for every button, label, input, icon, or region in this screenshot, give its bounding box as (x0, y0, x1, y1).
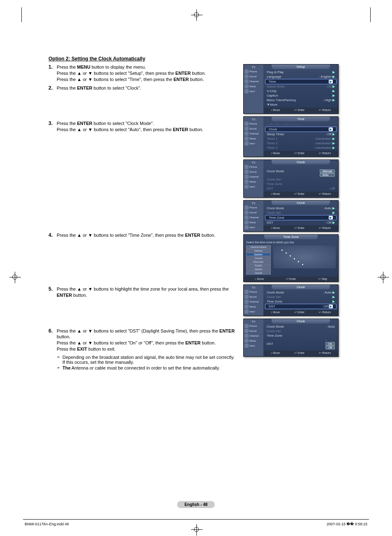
osd-footer: ↕ Move⏎ Enter↩ Return (263, 351, 338, 356)
osd-footer-hint: ↩ Return (319, 152, 331, 155)
osd-row[interactable]: Clock Set ▶ (263, 210, 338, 215)
osd-row[interactable]: Clock ▶ (265, 127, 337, 132)
arrow-right-icon: ▶ (332, 291, 335, 294)
note-row: ➣The Antenna or cable must be connected … (57, 365, 238, 370)
osd-category[interactable]: Channel (244, 299, 263, 304)
timezone-option[interactable]: Newfoundland (246, 245, 271, 249)
osd-row[interactable]: Clock Mode: Auto (263, 324, 338, 329)
step-text: Press the ▲ or ▼ buttons to select "Time… (57, 232, 215, 238)
osd-row[interactable]: DST: OnOff (263, 338, 338, 350)
osd-category[interactable]: Picture (244, 323, 263, 328)
osd-row[interactable]: Clock Set (263, 329, 338, 333)
category-icon (244, 165, 249, 169)
osd-footer-hint: ↕ Move (271, 152, 280, 155)
osd-row[interactable]: Clock Set ▶ (263, 295, 338, 299)
osd-footer: ↕ Move⏎ Enter↩ Return (263, 226, 338, 231)
osd-row-value: ▶ (329, 127, 333, 131)
osd-row[interactable]: Language: English ▶ (263, 74, 338, 79)
osd-row[interactable]: Clock Mode: Auto ▶ (263, 290, 338, 295)
osd-row[interactable]: Timer 3: Inactivated ▶ (263, 146, 338, 150)
osd-row[interactable]: Time Zone ▶ (265, 215, 337, 220)
osd-category[interactable]: Channel (244, 333, 263, 338)
osd-category[interactable]: Setup (244, 179, 263, 184)
osd-category[interactable]: Setup (244, 136, 263, 141)
osd-category[interactable]: Sound (244, 126, 263, 131)
osd-row[interactable]: Clock Mode: ManualAuto (263, 165, 338, 177)
osd-category[interactable]: Input (244, 141, 263, 146)
osd-row[interactable]: DST: Off ▶ (265, 304, 337, 309)
osd-category[interactable]: Sound (244, 169, 263, 174)
osd-row[interactable]: Time ▶ (265, 79, 337, 84)
osd-row-value: ▶ (332, 300, 335, 303)
osd-row[interactable]: Game Mode: Off ▶ (263, 84, 338, 89)
osd-row[interactable]: Sleep Timer: Off ▶ (263, 132, 338, 136)
osd-row[interactable]: V-Chip ▶ (263, 89, 338, 93)
instructions-column: 1.Press the MENU button to display the m… (48, 64, 238, 373)
osd-category[interactable]: Sound (244, 74, 263, 79)
step-number: 2. (48, 85, 57, 91)
osd-row-value: ▶ (329, 80, 333, 83)
osd-title: Time (272, 117, 330, 121)
osd-category[interactable]: Picture (244, 164, 263, 169)
osd-row[interactable]: Time Zone (263, 333, 338, 338)
osd-row[interactable]: Menu TransParency: High ▶ (263, 98, 338, 102)
timezone-option[interactable]: Eastern (246, 253, 271, 256)
osd-category[interactable]: Input (244, 89, 263, 94)
osd-category[interactable]: Sound (244, 328, 263, 333)
osd-footer-hint: ↩ Skip (318, 277, 327, 281)
osd-row[interactable]: Clock Mode: Auto ▶ (263, 206, 338, 210)
osd-row[interactable]: ▼More (263, 102, 338, 107)
osd-dropdown-option[interactable]: On (325, 342, 335, 346)
category-icon (244, 79, 249, 83)
osd-category[interactable]: Sound (244, 294, 263, 299)
osd-category[interactable]: Setup (244, 84, 263, 89)
osd-row[interactable]: Caption ▶ (263, 93, 338, 98)
osd-row-value: : High ▶ (323, 98, 335, 102)
osd-category[interactable]: Picture (244, 289, 263, 294)
timezone-option[interactable]: Mountain (246, 260, 271, 263)
osd-category[interactable]: Channel (244, 174, 263, 179)
osd-title: Clock (272, 319, 330, 323)
osd-category[interactable]: Sound (244, 210, 263, 215)
timezone-option[interactable]: Central (246, 256, 271, 260)
footer-timestamp: 2007-02-15 �� 8:58:15 (327, 522, 367, 526)
crop-mark-icon (380, 275, 385, 280)
osd-dropdown-option[interactable]: Auto (320, 173, 335, 177)
osd-row[interactable]: Time Zone ▶ (263, 299, 338, 304)
osd-category[interactable]: Input (244, 184, 263, 189)
osd-row[interactable]: Timer 2: Inactivated ▶ (263, 141, 338, 146)
osd-dropdown-option[interactable]: Off (325, 346, 335, 349)
osd-dropdown-option[interactable]: Manual (320, 169, 335, 173)
osd-category[interactable]: Setup (244, 304, 263, 309)
osd-row-label: Clock Mode (267, 291, 284, 294)
category-icon (244, 185, 249, 189)
osd-row[interactable]: Timer 1: Inactivated ▶ (263, 136, 338, 141)
category-icon (244, 290, 249, 294)
osd-row[interactable]: Clock Set (263, 177, 338, 182)
timezone-option[interactable]: Atlantic (246, 249, 271, 252)
osd-category[interactable]: Picture (244, 121, 263, 126)
osd-category[interactable]: Input (244, 343, 263, 348)
osd-category[interactable]: Picture (244, 69, 263, 74)
osd-category[interactable]: Setup (244, 220, 263, 225)
osd-category[interactable]: Setup (244, 338, 263, 343)
osd-row-value: ▶ (332, 70, 335, 74)
osd-row-label: DST (267, 187, 273, 190)
osd-category[interactable]: Channel (244, 79, 263, 84)
osd-category[interactable]: Input (244, 225, 263, 230)
timezone-option[interactable]: Alaska (246, 268, 271, 271)
category-icon (244, 295, 249, 299)
osd-category[interactable]: Input (244, 309, 263, 314)
osd-category[interactable]: Picture (244, 205, 263, 210)
osd-row[interactable]: DST: Off (263, 186, 338, 191)
osd-category[interactable]: Channel (244, 131, 263, 136)
timezone-option[interactable]: Pacific (246, 264, 271, 267)
timezone-option[interactable]: Hawaii (246, 271, 271, 275)
osd-row-value: ▶ (332, 89, 335, 93)
osd-footer-hint: ⏎ Enter (294, 226, 304, 230)
osd-category[interactable]: Channel (244, 215, 263, 220)
osd-row[interactable]: DST: Off ▶ (263, 220, 338, 225)
osd-row[interactable]: Plug & Play ▶ (263, 70, 338, 74)
osd-row[interactable]: Time Zone (263, 182, 338, 186)
category-icon (244, 220, 249, 224)
